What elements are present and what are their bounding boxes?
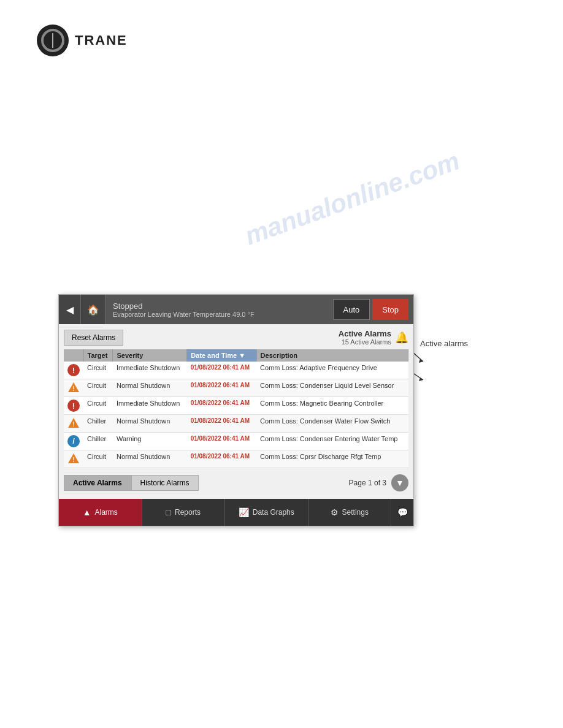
table-row: !CircuitImmediate Shutdown01/08/2022 06:… — [64, 397, 408, 415]
trane-logo-icon — [37, 25, 69, 56]
info-icon: i — [67, 435, 80, 447]
cell-description: Comm Loss: Condenser Water Flow Switch — [256, 415, 408, 433]
cell-description: Comm Loss: Condenser Entering Water Temp — [256, 433, 408, 450]
table-row: iChillerWarning01/08/2022 06:41 AMComm L… — [64, 433, 408, 450]
reset-alarms-button[interactable]: Reset Alarms — [64, 330, 123, 346]
cell-description: Comm Loss: Cprsr Discharge Rfgt Temp — [256, 450, 408, 468]
cell-datetime: 01/08/2022 06:41 AM — [187, 362, 256, 379]
nav-buttons: ◀ 🏠 — [59, 295, 105, 324]
table-row: !CircuitNormal Shutdown01/08/2022 06:41 … — [64, 379, 408, 397]
nav-item-alarms[interactable]: ▲ Alarms — [59, 499, 142, 526]
annotation-label: Active alarms — [420, 339, 468, 348]
severity-icon-cell: ! — [64, 450, 83, 468]
cell-target: Chiller — [83, 433, 113, 450]
severity-icon-cell: ! — [64, 415, 83, 433]
severity-icon-cell: i — [64, 433, 83, 450]
nav-item-settings[interactable]: ⚙ Settings — [308, 499, 392, 526]
col-icon — [64, 349, 83, 362]
severity-icon-cell: ! — [64, 397, 83, 415]
svg-text:!: ! — [72, 457, 74, 463]
next-page-button[interactable]: ▼ — [391, 474, 408, 491]
alarms-icon: ▲ — [83, 507, 91, 517]
status-area: Stopped Evaporator Leaving Water Tempera… — [105, 295, 333, 324]
red-error-icon: ! — [67, 400, 80, 412]
watermark: manualonline.com — [241, 146, 464, 251]
home-button[interactable]: 🏠 — [81, 295, 105, 324]
stop-button[interactable]: Stop — [372, 299, 408, 320]
content-header: Reset Alarms Active Alarms 15 Active Ala… — [64, 329, 408, 346]
cell-description: Comm Loss: Magnetic Bearing Controller — [256, 397, 408, 415]
warning-triangle-icon: ! — [67, 453, 80, 464]
severity-icon-cell: ! — [64, 379, 83, 397]
data-graphs-icon: 📈 — [239, 507, 249, 517]
col-description: Description — [256, 349, 408, 362]
tab-group: Active Alarms Historic Alarms — [64, 475, 199, 491]
table-header-row: Target Severity Date and Time ▼ Descript… — [64, 349, 408, 362]
content-area: Reset Alarms Active Alarms 15 Active Ala… — [59, 324, 413, 499]
settings-icon: ⚙ — [331, 507, 339, 517]
tab-historic-alarms[interactable]: Historic Alarms — [131, 475, 199, 491]
table-footer: Active Alarms Historic Alarms Page 1 of … — [64, 472, 408, 494]
nav-item-chat[interactable]: 💬 — [391, 499, 413, 526]
logo-area: TRANE — [37, 25, 128, 56]
stopped-status: Stopped — [113, 301, 142, 311]
cell-datetime: 01/08/2022 06:41 AM — [187, 379, 256, 397]
svg-text:!: ! — [72, 385, 74, 392]
bell-icon: 🔔 — [395, 331, 408, 344]
warning-triangle-icon: ! — [67, 382, 80, 393]
cell-datetime: 01/08/2022 06:41 AM — [187, 397, 256, 415]
tab-active-alarms[interactable]: Active Alarms — [64, 475, 131, 491]
bottom-nav: ▲ Alarms □ Reports 📈 Data Graphs ⚙ Setti… — [59, 499, 413, 526]
cell-severity: Normal Shutdown — [113, 450, 187, 468]
cell-severity: Normal Shutdown — [113, 379, 187, 397]
page-label: Page 1 of 3 — [349, 479, 386, 487]
pagination: Page 1 of 3 ▼ — [349, 474, 408, 491]
table-row: !CircuitImmediate Shutdown01/08/2022 06:… — [64, 362, 408, 379]
svg-text:!: ! — [72, 421, 74, 428]
settings-label: Settings — [342, 508, 369, 517]
reports-label: Reports — [175, 508, 201, 517]
col-target: Target — [83, 349, 113, 362]
table-row: !ChillerNormal Shutdown01/08/2022 06:41 … — [64, 415, 408, 433]
active-alarms-title: Active Alarms — [339, 329, 391, 338]
cell-description: Comm Loss: Condenser Liquid Level Sensor — [256, 379, 408, 397]
chat-icon: 💬 — [397, 507, 408, 517]
nav-item-data-graphs[interactable]: 📈 Data Graphs — [225, 499, 308, 526]
active-alarms-header: Active Alarms 15 Active Alarms 🔔 — [339, 329, 408, 346]
ui-panel: ◀ 🏠 Stopped Evaporator Leaving Water Tem… — [58, 294, 414, 526]
cell-severity: Normal Shutdown — [113, 415, 187, 433]
active-alarms-info: Active Alarms 15 Active Alarms — [339, 329, 391, 346]
severity-icon-cell: ! — [64, 362, 83, 379]
auto-button[interactable]: Auto — [333, 299, 370, 320]
top-bar-controls: Auto Stop — [333, 295, 414, 324]
brand-name: TRANE — [75, 32, 128, 48]
svg-marker-3 — [419, 377, 423, 381]
warning-triangle-icon: ! — [67, 417, 80, 428]
alarms-label: Alarms — [95, 508, 118, 517]
nav-item-reports[interactable]: □ Reports — [142, 499, 226, 526]
cell-target: Circuit — [83, 397, 113, 415]
cell-target: Circuit — [83, 450, 113, 468]
back-button[interactable]: ◀ — [59, 295, 81, 324]
active-alarms-count: 15 Active Alarms — [339, 338, 391, 346]
cell-target: Circuit — [83, 379, 113, 397]
reports-icon: □ — [166, 507, 171, 517]
temp-status: Evaporator Leaving Water Temperature 49.… — [113, 311, 255, 318]
cell-target: Circuit — [83, 362, 113, 379]
cell-target: Chiller — [83, 415, 113, 433]
table-row: !CircuitNormal Shutdown01/08/2022 06:41 … — [64, 450, 408, 468]
cell-datetime: 01/08/2022 06:41 AM — [187, 450, 256, 468]
red-error-icon: ! — [67, 364, 80, 376]
cell-description: Comm Loss: Adaptive Frequency Drive — [256, 362, 408, 379]
svg-marker-1 — [419, 358, 423, 363]
cell-severity: Immediate Shutdown — [113, 397, 187, 415]
col-severity: Severity — [113, 349, 187, 362]
cell-severity: Warning — [113, 433, 187, 450]
cell-datetime: 01/08/2022 06:41 AM — [187, 415, 256, 433]
cell-severity: Immediate Shutdown — [113, 362, 187, 379]
top-bar: ◀ 🏠 Stopped Evaporator Leaving Water Tem… — [59, 295, 413, 324]
data-graphs-label: Data Graphs — [253, 508, 294, 517]
cell-datetime: 01/08/2022 06:41 AM — [187, 433, 256, 450]
alarms-table: Target Severity Date and Time ▼ Descript… — [64, 349, 408, 468]
col-datetime[interactable]: Date and Time ▼ — [187, 349, 256, 362]
